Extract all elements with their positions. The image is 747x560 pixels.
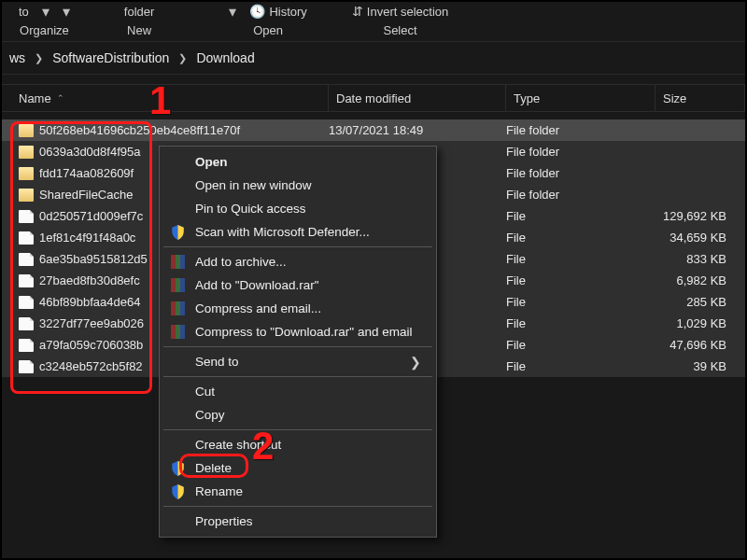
- separator: [163, 376, 432, 377]
- cell-type: File: [506, 295, 655, 309]
- cell-type: File: [506, 338, 655, 352]
- sort-caret-icon: ⌃: [57, 93, 64, 103]
- chevron-right-icon: ❯: [35, 52, 43, 64]
- shield-icon: [170, 224, 186, 240]
- cell-size: 833 KB: [655, 252, 745, 266]
- ctx-open[interactable]: Open: [162, 150, 434, 174]
- ribbon-label: Select: [383, 23, 416, 41]
- chevron-down-icon: ▾: [63, 3, 70, 21]
- shield-icon: [170, 460, 186, 476]
- file-icon: [19, 210, 34, 223]
- cell-size: 285 KB: [655, 295, 745, 309]
- ctx-pin-quick-access[interactable]: Pin to Quick access: [162, 197, 434, 220]
- shield-icon: [170, 483, 186, 499]
- file-icon: [19, 296, 34, 309]
- cell-size: 129,692 KB: [655, 209, 745, 223]
- header-date[interactable]: Date modified: [329, 85, 506, 111]
- context-menu: Open Open in new window Pin to Quick acc…: [159, 146, 437, 538]
- ctx-compress-email[interactable]: Compress and email...: [162, 297, 434, 320]
- cell-size: 34,659 KB: [655, 231, 745, 245]
- ribbon-group-new[interactable]: folder New: [87, 2, 192, 41]
- chevron-down-icon: ▾: [229, 3, 236, 21]
- cell-type: File folder: [506, 166, 655, 180]
- ribbon-label: New: [127, 23, 151, 41]
- cell-type: File: [506, 231, 655, 245]
- chevron-down-icon: ▾: [42, 3, 49, 21]
- ribbon-group-organize[interactable]: to▾▾ Organize: [2, 2, 87, 41]
- file-icon: [19, 339, 34, 352]
- ctx-properties[interactable]: Properties: [162, 510, 434, 533]
- ctx-add-archive[interactable]: Add to archive...: [162, 250, 434, 273]
- table-row[interactable]: 50f268eb41696cb250eb4ce8ff11e70f13/07/20…: [2, 119, 745, 141]
- winrar-icon: [170, 254, 186, 270]
- cell-size: 6,982 KB: [655, 273, 745, 287]
- folder-icon: [19, 124, 34, 137]
- winrar-icon: [170, 301, 186, 316]
- file-icon: [19, 274, 34, 287]
- separator: [163, 346, 432, 347]
- annotation-number-2: 2: [252, 424, 274, 469]
- ctx-copy[interactable]: Copy: [162, 403, 434, 427]
- cell-name: 50f268eb41696cb250eb4ce8ff11e70f: [39, 123, 329, 137]
- file-icon: [19, 317, 34, 330]
- header-type[interactable]: Type: [506, 85, 655, 111]
- crumb[interactable]: ws: [9, 50, 25, 65]
- cell-type: File folder: [506, 145, 655, 159]
- file-icon: [19, 231, 34, 245]
- ctx-cut[interactable]: Cut: [162, 380, 434, 403]
- ctx-delete[interactable]: Delete: [162, 456, 434, 480]
- invert-selection-icon: ⇵: [352, 4, 363, 19]
- separator: [163, 506, 432, 507]
- cell-size: 39 KB: [655, 359, 745, 373]
- ctx-add-download-rar[interactable]: Add to "Download.rar": [162, 273, 434, 297]
- header-size[interactable]: Size: [655, 85, 745, 111]
- cell-type: File: [506, 252, 655, 266]
- ribbon-group-select[interactable]: ⇵Invert selection Select: [335, 2, 465, 41]
- history-icon: 🕓: [249, 4, 265, 19]
- chevron-right-icon: ❯: [178, 52, 187, 64]
- ctx-compress-download-email[interactable]: Compress to "Download.rar" and email: [162, 320, 434, 343]
- cell-type: File folder: [506, 123, 655, 137]
- cell-type: File folder: [506, 188, 655, 202]
- cell-size: 1,029 KB: [655, 316, 745, 330]
- cell-date: 13/07/2021 18:49: [329, 123, 506, 137]
- ctx-scan-defender[interactable]: Scan with Microsoft Defender...: [162, 220, 434, 244]
- ctx-open-new-window[interactable]: Open in new window: [162, 174, 434, 197]
- crumb[interactable]: Download: [196, 50, 254, 65]
- ribbon-label: Open: [253, 23, 283, 41]
- winrar-icon: [170, 277, 186, 293]
- cell-type: File: [506, 316, 655, 330]
- chevron-right-icon: ❯: [410, 355, 421, 370]
- cell-type: File: [506, 209, 655, 223]
- file-icon: [19, 360, 34, 373]
- ribbon-label: Organize: [20, 23, 69, 41]
- ribbon: to▾▾ Organize folder New ▾🕓History Open …: [2, 2, 745, 42]
- file-icon: [19, 253, 34, 266]
- folder-icon: [19, 167, 34, 180]
- separator: [163, 246, 432, 247]
- ribbon-group-open[interactable]: ▾🕓History Open: [191, 2, 334, 41]
- cell-size: 47,696 KB: [655, 338, 745, 352]
- winrar-icon: [170, 324, 186, 340]
- column-headers: Name⌃ Date modified Type Size: [2, 84, 745, 112]
- separator: [163, 429, 432, 430]
- folder-icon: [19, 189, 34, 202]
- cell-type: File: [506, 359, 655, 373]
- cell-type: File: [506, 273, 655, 287]
- crumb[interactable]: SoftwareDistribution: [52, 50, 169, 65]
- ctx-send-to[interactable]: Send to❯: [162, 350, 434, 373]
- annotation-number-1: 1: [149, 78, 171, 123]
- ctx-rename[interactable]: Rename: [162, 480, 434, 503]
- folder-icon: [19, 146, 34, 159]
- ctx-create-shortcut[interactable]: Create shortcut: [162, 433, 434, 456]
- breadcrumb[interactable]: ws ❯ SoftwareDistribution ❯ Download: [2, 42, 745, 75]
